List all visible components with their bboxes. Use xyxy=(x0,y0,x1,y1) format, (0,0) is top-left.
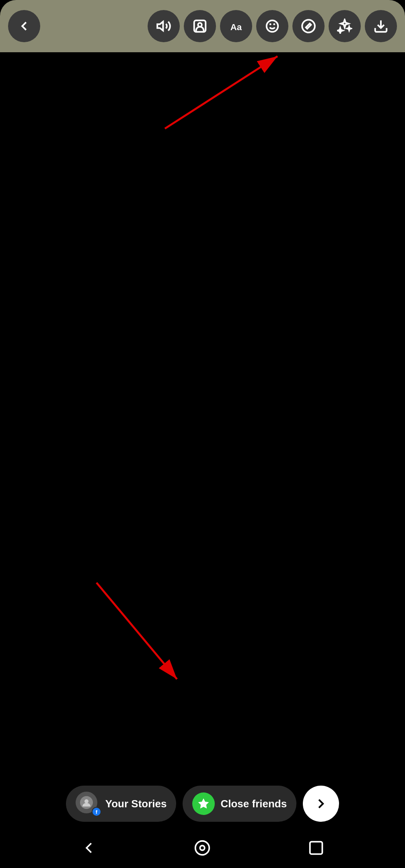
next-button[interactable] xyxy=(303,786,339,822)
svg-point-4 xyxy=(267,20,278,32)
close-friends-button[interactable]: Close friends xyxy=(183,786,296,822)
svg-marker-14 xyxy=(198,798,209,809)
svg-point-16 xyxy=(200,845,205,850)
your-stories-label: Your Stories xyxy=(105,798,167,810)
sticker-button[interactable] xyxy=(256,10,288,42)
nav-back-button[interactable] xyxy=(77,836,101,860)
avatar-container: f xyxy=(76,792,100,816)
close-friends-icon xyxy=(192,792,215,815)
mention-button[interactable] xyxy=(184,10,216,42)
svg-text:Aa: Aa xyxy=(230,22,242,32)
draw-button[interactable] xyxy=(292,10,325,42)
top-toolbar: Aa xyxy=(0,0,405,52)
nav-home-button[interactable] xyxy=(190,836,214,860)
close-friends-label: Close friends xyxy=(220,798,287,810)
svg-point-15 xyxy=(195,841,210,855)
toolbar-icons: Aa xyxy=(148,10,397,42)
bottom-action-bar: f Your Stories Close friends xyxy=(0,780,405,828)
nav-square-button[interactable] xyxy=(304,836,328,860)
effects-button[interactable] xyxy=(329,10,361,42)
svg-rect-17 xyxy=(310,842,322,854)
navigation-bar xyxy=(0,828,405,868)
back-button[interactable] xyxy=(8,10,40,42)
text-button[interactable]: Aa xyxy=(220,10,252,42)
svg-point-13 xyxy=(84,799,88,803)
sound-button[interactable] xyxy=(148,10,180,42)
svg-marker-0 xyxy=(157,22,163,31)
your-stories-button[interactable]: f Your Stories xyxy=(66,786,177,822)
story-content xyxy=(0,52,405,816)
facebook-badge: f xyxy=(92,807,101,817)
download-button[interactable] xyxy=(365,10,397,42)
